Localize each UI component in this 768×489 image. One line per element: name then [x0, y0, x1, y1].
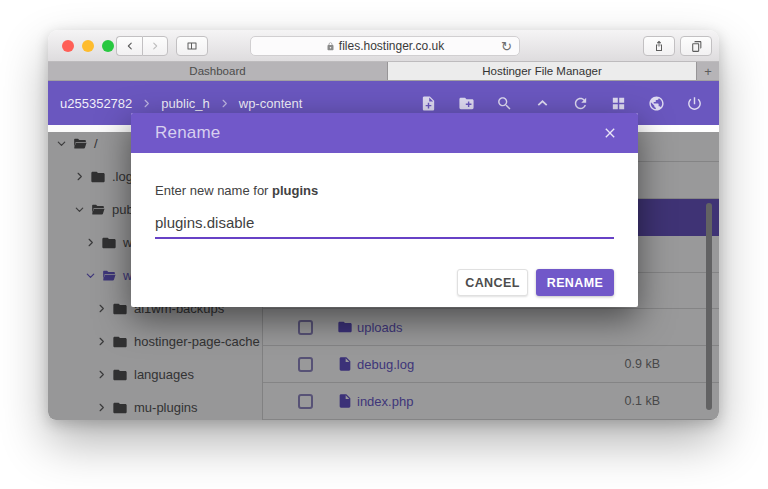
rename-input[interactable]: plugins.disable	[155, 213, 614, 239]
zoom-window-button[interactable]	[102, 40, 114, 52]
rename-button[interactable]: RENAME	[536, 269, 614, 296]
close-window-button[interactable]	[62, 40, 74, 52]
dialog-title: Rename	[155, 123, 220, 143]
grid-icon[interactable]	[610, 95, 627, 112]
upload-icon[interactable]	[534, 95, 551, 112]
cancel-button[interactable]: CANCEL	[457, 269, 528, 296]
search-icon[interactable]	[496, 95, 513, 112]
chevron-right-icon	[141, 98, 152, 109]
close-icon[interactable]	[602, 125, 618, 141]
minimize-window-button[interactable]	[82, 40, 94, 52]
breadcrumb-segment[interactable]: wp-content	[239, 96, 303, 111]
breadcrumb-segment[interactable]: u255352782	[60, 96, 132, 111]
dialog-header: Rename	[131, 113, 638, 153]
tab-overview-button[interactable]	[680, 36, 712, 56]
share-icon	[653, 39, 665, 53]
chevron-right-icon	[150, 41, 160, 51]
url-text: files.hostinger.co.uk	[339, 39, 444, 53]
reload-icon[interactable]: ↻	[501, 40, 512, 53]
breadcrumb-segment[interactable]: public_h	[161, 96, 209, 111]
share-button[interactable]	[643, 36, 675, 56]
globe-icon[interactable]	[648, 95, 665, 112]
new-file-icon[interactable]	[420, 95, 437, 112]
address-bar[interactable]: files.hostinger.co.uk ↻	[250, 36, 520, 56]
sidebar-toggle-button[interactable]	[176, 36, 208, 56]
sidebar-icon	[185, 40, 199, 52]
lock-icon	[326, 42, 335, 51]
new-folder-icon[interactable]	[458, 95, 475, 112]
chevron-right-icon	[219, 98, 230, 109]
rename-dialog: Rename Enter new name for plugins plugin…	[131, 113, 638, 307]
back-button[interactable]	[116, 36, 142, 56]
browser-toolbar: files.hostinger.co.uk ↻	[48, 30, 719, 62]
forward-button[interactable]	[142, 36, 168, 56]
tabs-icon	[690, 40, 703, 53]
nav-buttons	[116, 36, 168, 56]
refresh-icon[interactable]	[572, 95, 589, 112]
breadcrumb: u255352782public_hwp-content	[60, 96, 302, 111]
rename-prompt: Enter new name for plugins	[155, 183, 614, 199]
window-controls	[62, 40, 114, 52]
chevron-left-icon	[125, 41, 135, 51]
browser-window: files.hostinger.co.uk ↻ Dashboard Hostin…	[48, 30, 719, 420]
power-icon[interactable]	[686, 95, 703, 112]
tab-bar: Dashboard Hostinger File Manager +	[48, 62, 719, 81]
file-manager-toolbar	[420, 95, 703, 112]
tab-hostinger-file-manager[interactable]: Hostinger File Manager	[388, 62, 697, 80]
target-file-name: plugins	[272, 183, 318, 198]
tab-dashboard[interactable]: Dashboard	[48, 62, 388, 80]
new-tab-button[interactable]: +	[697, 62, 719, 80]
dialog-actions: CANCEL RENAME	[155, 269, 614, 296]
dialog-body: Enter new name for plugins plugins.disab…	[131, 183, 638, 296]
